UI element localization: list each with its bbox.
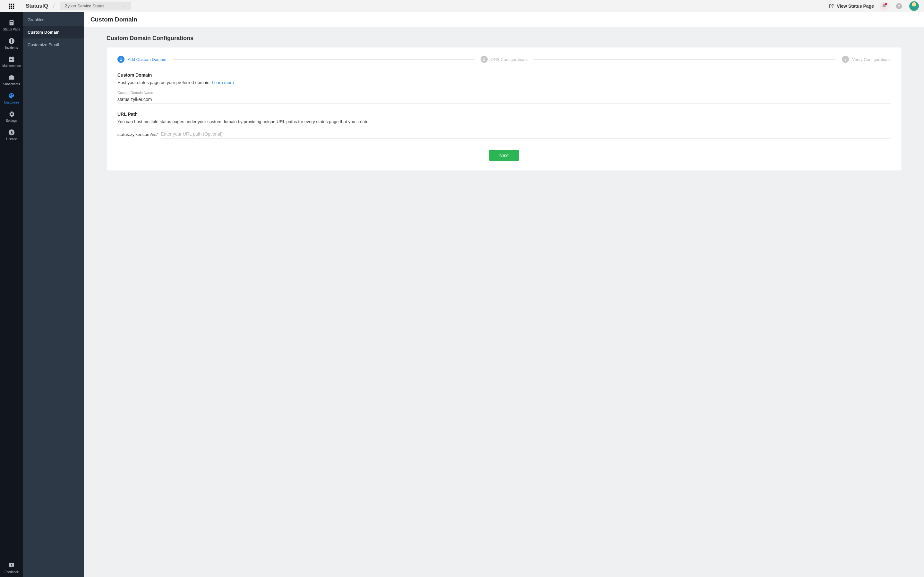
sidebar-item-status-page[interactable]: Status Page (0, 16, 23, 34)
svg-rect-24 (13, 59, 13, 60)
svg-rect-21 (13, 56, 13, 58)
calendar-icon (8, 56, 15, 63)
svg-rect-1 (11, 3, 13, 5)
custom-domain-input[interactable] (118, 95, 891, 104)
sidebar-item-label: Maintenance (2, 64, 21, 68)
dollar-icon: $ (8, 129, 15, 136)
svg-point-27 (12, 94, 13, 95)
external-link-icon (829, 3, 834, 9)
chevron-down-icon (123, 5, 126, 8)
svg-rect-31 (11, 566, 12, 566)
svg-rect-8 (13, 7, 15, 9)
svg-rect-16 (11, 39, 12, 42)
sidebar-item-label: Status Page (3, 27, 20, 31)
stepper: 1 Add Custom Domain 2 DNS Configurations… (118, 56, 891, 63)
svg-rect-17 (11, 42, 12, 43)
svg-point-26 (11, 94, 11, 95)
step-label: Verify Configurations (852, 57, 891, 62)
sidebar-item-label: Subscribers (3, 82, 20, 86)
sidebar-item-feedback[interactable]: Feedback (0, 559, 23, 577)
svg-point-25 (10, 95, 11, 96)
svg-rect-7 (11, 7, 13, 9)
sidebar-secondary: Graphics Custom Domain Customize Email (23, 12, 84, 577)
svg-rect-0 (9, 3, 11, 5)
svg-rect-22 (10, 59, 11, 60)
gear-icon (8, 111, 15, 118)
sidebar-item-label: Settings (6, 119, 17, 122)
notification-indicator (885, 3, 887, 5)
sidebar-item-label: License (6, 137, 17, 141)
step-3[interactable]: 3 Verify Configurations (842, 56, 891, 63)
sidebar-item-label: Incidents (5, 46, 18, 49)
config-card: 1 Add Custom Domain 2 DNS Configurations… (107, 47, 901, 171)
domain-field-label: Custom Domain Name (118, 91, 891, 95)
desc-text: Host your status page on your preferred … (118, 80, 212, 85)
sidebar-primary: Status Page Incidents Maintenance Subscr… (0, 12, 23, 577)
view-status-page-button[interactable]: View Status Page (829, 3, 874, 9)
brand-name[interactable]: StatusIQ (23, 0, 52, 12)
svg-rect-12 (10, 21, 13, 22)
svg-rect-2 (13, 3, 15, 5)
palette-icon (8, 92, 15, 99)
content-area: Custom Domain Custom Domain Configuratio… (84, 12, 924, 577)
grid-icon (9, 3, 15, 9)
step-label: DNS Configurations (491, 57, 528, 62)
help-icon: ? (895, 3, 903, 10)
svg-rect-14 (10, 24, 12, 24)
help-button[interactable]: ? (895, 2, 903, 11)
apps-launcher[interactable] (0, 0, 23, 12)
service-selector-label: Zylker Service Status (65, 3, 104, 8)
svg-rect-5 (13, 5, 15, 7)
svg-rect-6 (9, 7, 11, 9)
svg-rect-30 (11, 564, 12, 565)
top-bar: StatusIQ / Zylker Service Status View St… (0, 0, 924, 12)
sidebar-item-label: Feedback (5, 570, 19, 574)
svg-rect-4 (11, 5, 13, 7)
sidebar-item-maintenance[interactable]: Maintenance (0, 53, 23, 71)
breadcrumb-separator: / (52, 2, 56, 10)
alert-icon (8, 37, 15, 45)
subnav-item-custom-domain[interactable]: Custom Domain (23, 26, 84, 39)
service-selector[interactable]: Zylker Service Status (60, 2, 131, 10)
subnav-item-customize-email[interactable]: Customize Email (23, 39, 84, 51)
feedback-icon (8, 562, 15, 569)
url-path-prefix: status.zylker.com/ns/ (118, 132, 158, 139)
svg-text:?: ? (898, 4, 900, 8)
sidebar-item-label: Customize (4, 101, 19, 104)
custom-domain-title: Custom Domain (118, 73, 891, 77)
notifications-button[interactable] (880, 2, 889, 11)
url-path-input[interactable] (161, 130, 891, 139)
step-connector (534, 59, 835, 60)
avatar[interactable] (909, 1, 919, 11)
step-number: 1 (118, 56, 124, 63)
section-title: Custom Domain Configurations (107, 35, 901, 42)
sidebar-item-subscribers[interactable]: Subscribers (0, 71, 23, 89)
svg-rect-23 (11, 59, 12, 60)
step-2[interactable]: 2 DNS Configurations (481, 56, 528, 63)
url-path-desc: You can host multiple status pages under… (118, 119, 891, 124)
custom-domain-desc: Host your status page on your preferred … (118, 80, 891, 85)
sidebar-item-incidents[interactable]: Incidents (0, 34, 23, 53)
view-status-page-label: View Status Page (837, 3, 874, 9)
next-button[interactable]: Next (489, 150, 519, 161)
step-connector (173, 59, 474, 60)
learn-more-link[interactable]: Learn more (212, 80, 234, 85)
svg-rect-3 (9, 5, 11, 7)
step-number: 3 (842, 56, 849, 63)
subnav-item-graphics[interactable]: Graphics (23, 13, 84, 26)
badge-icon (8, 19, 15, 26)
url-path-title: URL Path (118, 111, 891, 117)
step-1[interactable]: 1 Add Custom Domain (118, 56, 166, 63)
svg-rect-20 (10, 56, 11, 58)
svg-text:$: $ (11, 131, 13, 135)
sidebar-item-customize[interactable]: Customize (0, 89, 23, 107)
page-title: Custom Domain (84, 12, 924, 27)
mailbox-icon (8, 74, 15, 81)
step-label: Add Custom Domain (128, 57, 166, 62)
sidebar-item-license[interactable]: $ License (0, 126, 23, 144)
step-number: 2 (481, 56, 488, 63)
sidebar-item-settings[interactable]: Settings (0, 107, 23, 126)
